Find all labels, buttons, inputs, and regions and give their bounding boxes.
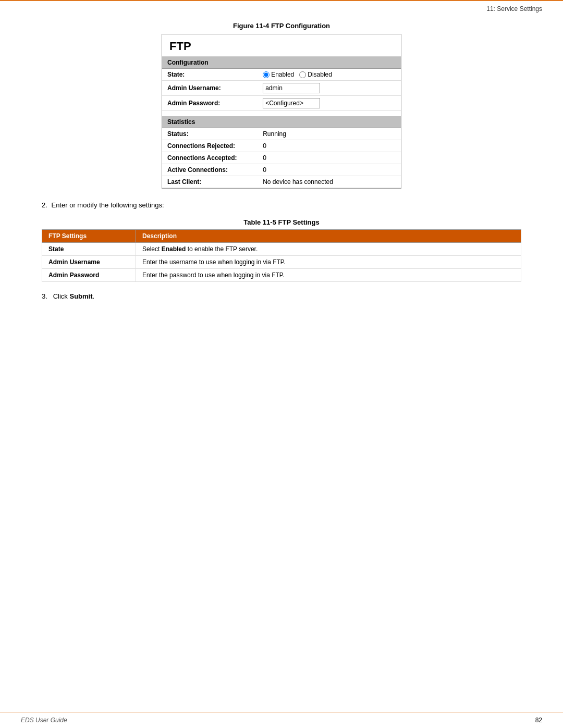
active-conn-row: Active Connections: 0 bbox=[162, 164, 401, 176]
step3-number: 3. bbox=[42, 292, 51, 300]
setting-description: Enter the username to use when logging i… bbox=[136, 256, 521, 269]
step3-bold: Submit bbox=[69, 292, 92, 300]
ftp-title: FTP bbox=[162, 34, 401, 57]
setting-name: State bbox=[42, 243, 136, 256]
chapter-title: 11: Service Settings bbox=[486, 5, 542, 13]
figure-caption: Figure 11-4 FTP Configuration bbox=[42, 22, 521, 30]
table-row: Admin PasswordEnter the password to use … bbox=[42, 269, 521, 282]
table-caption: Table 11-5 FTP Settings bbox=[42, 218, 521, 226]
admin-username-row: Admin Username: bbox=[162, 81, 401, 96]
admin-username-cell bbox=[258, 81, 401, 96]
setting-description: Enter the password to use when logging i… bbox=[136, 269, 521, 282]
active-conn-label: Active Connections: bbox=[162, 164, 258, 176]
state-label: State: bbox=[162, 69, 258, 81]
page-header: 11: Service Settings bbox=[0, 0, 563, 17]
footer-left: EDS User Guide bbox=[21, 717, 67, 724]
setting-name: Admin Password bbox=[42, 269, 136, 282]
ftp-config-box: FTP Configuration State: Enabled Disable… bbox=[162, 34, 401, 189]
conn-rejected-label: Connections Rejected: bbox=[162, 140, 258, 152]
admin-password-row: Admin Password: bbox=[162, 96, 401, 111]
step2-text: 2. Enter or modify the following setting… bbox=[42, 201, 521, 209]
state-row: State: Enabled Disabled bbox=[162, 69, 401, 81]
status-value: Running bbox=[258, 128, 401, 140]
disabled-radio-label[interactable]: Disabled bbox=[299, 71, 332, 78]
conn-accepted-row: Connections Accepted: 0 bbox=[162, 152, 401, 164]
table-row: Admin UsernameEnter the username to use … bbox=[42, 256, 521, 269]
main-content: Figure 11-4 FTP Configuration FTP Config… bbox=[0, 17, 563, 342]
admin-password-label: Admin Password: bbox=[162, 96, 258, 111]
step3-prefix: Click bbox=[53, 292, 70, 300]
step2-label: Enter or modify the following settings: bbox=[51, 201, 164, 209]
settings-table: FTP Settings Description StateSelect Ena… bbox=[42, 229, 521, 282]
enabled-radio-label[interactable]: Enabled bbox=[263, 71, 294, 78]
admin-username-label: Admin Username: bbox=[162, 81, 258, 96]
col2-header: Description bbox=[136, 230, 521, 243]
last-client-label: Last Client: bbox=[162, 176, 258, 188]
last-client-value: No device has connected bbox=[258, 176, 401, 188]
table-row: StateSelect Enabled to enable the FTP se… bbox=[42, 243, 521, 256]
conn-accepted-value: 0 bbox=[258, 152, 401, 164]
setting-description: Select Enabled to enable the FTP server. bbox=[136, 243, 521, 256]
footer-right: 82 bbox=[535, 717, 542, 724]
config-section-header: Configuration bbox=[162, 57, 401, 69]
page-footer: EDS User Guide 82 bbox=[0, 712, 563, 728]
enabled-label: Enabled bbox=[271, 71, 294, 78]
active-conn-value: 0 bbox=[258, 164, 401, 176]
stats-section-header: Statistics bbox=[162, 116, 401, 128]
col1-header: FTP Settings bbox=[42, 230, 136, 243]
state-radio-group: Enabled Disabled bbox=[263, 71, 396, 78]
admin-password-cell bbox=[258, 96, 401, 111]
setting-name: Admin Username bbox=[42, 256, 136, 269]
stats-table: Status: Running Connections Rejected: 0 … bbox=[162, 128, 401, 188]
state-controls: Enabled Disabled bbox=[258, 69, 401, 81]
table-header-row: FTP Settings Description bbox=[42, 230, 521, 243]
status-row: Status: Running bbox=[162, 128, 401, 140]
admin-username-input[interactable] bbox=[263, 83, 320, 93]
last-client-row: Last Client: No device has connected bbox=[162, 176, 401, 188]
admin-password-input[interactable] bbox=[263, 98, 320, 108]
config-table: State: Enabled Disabled Admi bbox=[162, 69, 401, 111]
disabled-radio[interactable] bbox=[299, 71, 306, 78]
step2-number: 2. bbox=[42, 201, 47, 209]
enabled-radio[interactable] bbox=[263, 71, 270, 78]
conn-accepted-label: Connections Accepted: bbox=[162, 152, 258, 164]
step3-text: 3. Click Submit. bbox=[42, 292, 521, 300]
conn-rejected-row: Connections Rejected: 0 bbox=[162, 140, 401, 152]
step3-suffix: . bbox=[93, 292, 95, 300]
status-label: Status: bbox=[162, 128, 258, 140]
disabled-label: Disabled bbox=[308, 71, 332, 78]
conn-rejected-value: 0 bbox=[258, 140, 401, 152]
